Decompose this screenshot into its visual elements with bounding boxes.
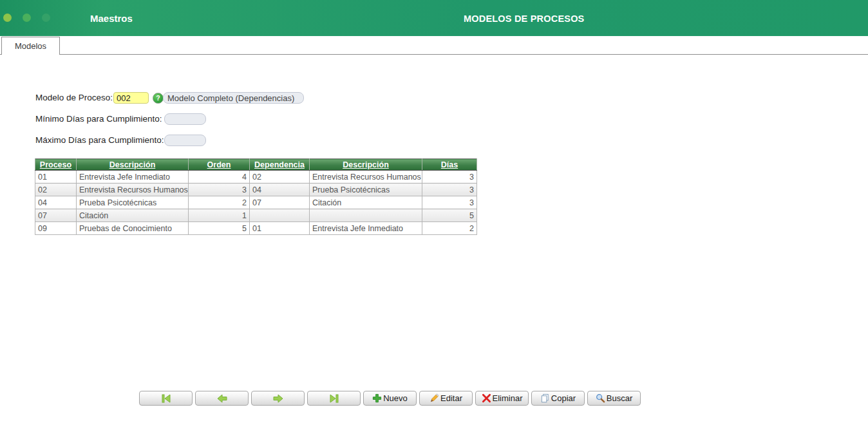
last-record-icon [327,394,341,403]
plus-icon [372,393,382,403]
column-header-descripcion[interactable]: Descripción [77,159,189,171]
cell-dependencia: 01 [250,222,310,235]
cell-dependencia: 07 [250,196,310,209]
column-header-proceso[interactable]: Proceso [35,159,77,171]
table-row[interactable]: 01 Entrevista Jefe Inmediato 4 02 Entrev… [35,171,477,183]
nav-last-button[interactable] [307,391,361,406]
search-icon [596,393,605,403]
cell-orden: 3 [189,183,250,196]
window-dot-icon [3,14,12,22]
cell-orden: 4 [189,171,250,183]
cell-dias: 3 [422,196,477,209]
minimo-dias-label: Mínimo Días para Cumplimiento: [35,113,162,125]
nav-next-button[interactable] [251,391,305,406]
cell-orden: 5 [189,222,250,235]
page-title: MODELOS DE PROCESOS [464,14,585,24]
cell-descripcion: Prueba Psicotécnicas [77,196,189,209]
cell-orden: 1 [189,209,250,222]
nav-first-button[interactable] [139,391,193,406]
cell-dias: 3 [422,171,477,183]
maximo-dias-label: Máximo Días para Cumplimiento: [35,135,164,146]
nuevo-button[interactable]: Nuevo [363,391,417,406]
copiar-button[interactable]: Copiar [531,391,585,406]
cell-proceso: 01 [35,171,77,183]
minimo-dias-input[interactable] [164,113,206,125]
cell-descripcion2: Citación [310,196,422,209]
cell-dias: 5 [422,209,477,222]
copiar-label: Copiar [551,393,576,403]
previous-record-icon [216,394,228,403]
cell-descripcion2: Entrevista Jefe Inmediato [310,222,422,235]
copy-icon [540,393,550,403]
next-record-icon [272,394,284,403]
cell-dependencia: 02 [250,171,310,183]
record-toolbar: Nuevo Editar Eliminar Copiar [139,391,641,406]
column-header-orden[interactable]: Orden [189,159,250,171]
modelo-nombre-field: Modelo Completo (Dependencias) [163,92,304,104]
app-window: Maestros MODELOS DE PROCESOS Modelos Mod… [0,0,868,423]
table-row[interactable]: 09 Pruebas de Conocimiento 5 01 Entrevis… [35,222,477,235]
delete-x-icon [482,393,491,403]
editar-label: Editar [440,393,462,403]
nuevo-label: Nuevo [383,393,408,403]
buscar-label: Buscar [607,393,632,403]
cell-descripcion: Pruebas de Conocimiento [77,222,189,235]
pencil-icon [429,393,439,403]
cell-dias: 2 [422,222,477,235]
table-header-row: Proceso Descripción Orden Dependencia De… [35,159,477,171]
cell-proceso: 04 [35,196,77,209]
editar-button[interactable]: Editar [419,391,473,406]
window-dot-icon [23,14,31,22]
cell-dias: 3 [422,183,477,196]
eliminar-label: Eliminar [493,393,523,403]
app-header: Maestros MODELOS DE PROCESOS [0,0,868,36]
eliminar-button[interactable]: Eliminar [475,391,529,406]
column-header-descripcion2[interactable]: Descripción [310,159,422,171]
cell-proceso: 09 [35,222,77,235]
cell-descripcion: Entrevista Jefe Inmediato [77,171,189,183]
help-icon[interactable]: ? [153,93,164,104]
cell-orden: 2 [189,196,250,209]
cell-descripcion: Citación [77,209,189,222]
buscar-button[interactable]: Buscar [587,391,641,406]
column-header-dias[interactable]: Días [422,159,477,171]
tabbar-divider [0,54,868,55]
maximo-dias-input[interactable] [164,135,206,146]
nav-previous-button[interactable] [195,391,249,406]
tab-modelos[interactable]: Modelos [1,37,60,55]
cell-descripcion2: Prueba Psicotécnicas [310,183,422,196]
modelo-proceso-label: Modelo de Proceso: [35,92,113,104]
window-dots [3,14,50,22]
cell-proceso: 02 [35,183,77,196]
cell-descripcion2: Entrevista Recursos Humanos [310,171,422,183]
cell-dependencia [250,209,310,222]
procesos-table: Proceso Descripción Orden Dependencia De… [35,158,477,235]
app-title: Maestros [90,13,133,24]
modelo-proceso-input[interactable] [113,92,149,104]
cell-proceso: 07 [35,209,77,222]
column-header-dependencia[interactable]: Dependencia [250,159,310,171]
first-record-icon [159,394,173,403]
table-row[interactable]: 04 Prueba Psicotécnicas 2 07 Citación 3 [35,196,477,209]
cell-descripcion2 [310,209,422,222]
table-row[interactable]: 07 Citación 1 5 [35,209,477,222]
window-dot-icon [42,14,50,22]
cell-dependencia: 04 [250,183,310,196]
cell-descripcion: Entrevista Recursos Humanos [77,183,189,196]
table-row[interactable]: 02 Entrevista Recursos Humanos 3 04 Prue… [35,183,477,196]
